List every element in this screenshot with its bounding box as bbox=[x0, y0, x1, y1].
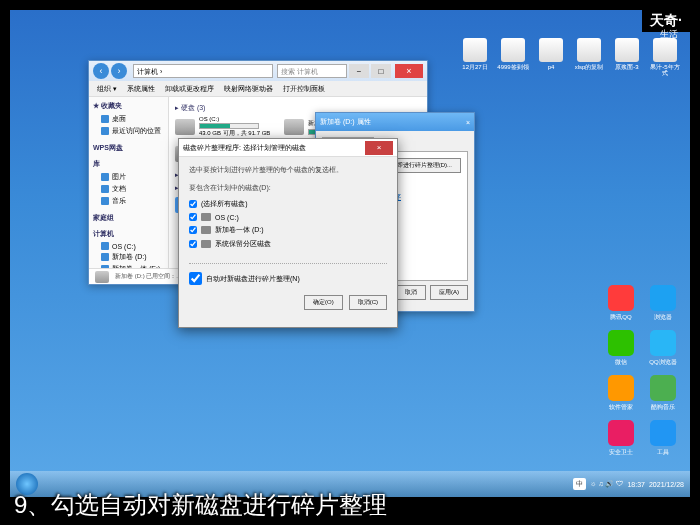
file-icon bbox=[653, 38, 677, 62]
tutorial-subtitle: 9、勾选自动对新磁盘进行碎片整理 bbox=[0, 489, 700, 521]
drive-icon bbox=[201, 226, 211, 234]
app-shortcuts: 腾讯QQ 浏览器 微信 QQ浏览器 软件管家 酷狗音乐 安全卫士 工具 bbox=[604, 285, 680, 457]
drive-icon bbox=[201, 213, 211, 221]
monitor: 天奇· 生活 12月27日 4999签到领 p4 xlsp的复制 原浆面-3 果… bbox=[0, 0, 700, 525]
desktop-icon bbox=[101, 115, 109, 123]
close-button[interactable]: × bbox=[395, 64, 423, 78]
file-icon bbox=[463, 38, 487, 62]
auto-defrag-row[interactable]: 自动对新磁盘进行碎片整理(N) bbox=[189, 263, 387, 285]
checkbox-c[interactable] bbox=[189, 213, 197, 221]
manager-icon bbox=[608, 375, 634, 401]
browser-icon bbox=[650, 285, 676, 311]
sidebar-computer[interactable]: 计算机 bbox=[93, 229, 164, 239]
checkbox-d[interactable] bbox=[189, 226, 197, 234]
disk-list: (选择所有磁盘) OS (C:) 新加卷一体 (D:) 系统保留分区磁盘 bbox=[189, 197, 387, 251]
disk-row-c[interactable]: OS (C:) bbox=[189, 211, 387, 223]
explorer-menubar: 组织 ▾ 系统属性 卸载或更改程序 映射网络驱动器 打开控制面板 bbox=[89, 81, 427, 97]
explorer-titlebar[interactable]: ‹ › 计算机 › 搜索 计算机 − □ × bbox=[89, 61, 427, 81]
defrag-titlebar[interactable]: 磁盘碎片整理程序: 选择计划管理的磁盘 × bbox=[179, 139, 397, 157]
app-security[interactable]: 安全卫士 bbox=[604, 420, 638, 457]
desktop-icon[interactable]: p4 bbox=[534, 38, 568, 76]
app-manager[interactable]: 软件管家 bbox=[604, 375, 638, 412]
file-icon bbox=[501, 38, 525, 62]
drive-icon bbox=[201, 240, 211, 248]
sidebar-item-drive-e[interactable]: 新加卷一体 (E:) bbox=[93, 263, 164, 268]
desktop-icon[interactable]: 原浆面-3 bbox=[610, 38, 644, 76]
recent-icon bbox=[101, 127, 109, 135]
sidebar-item-docs[interactable]: 文档 bbox=[93, 183, 164, 195]
clock-time[interactable]: 18:37 bbox=[627, 481, 645, 488]
menu-uninstall[interactable]: 卸载或更改程序 bbox=[165, 84, 214, 94]
qq-icon bbox=[608, 285, 634, 311]
search-input[interactable]: 搜索 计算机 bbox=[277, 64, 347, 78]
checkbox-all[interactable] bbox=[189, 200, 197, 208]
disk-list-label: 要包含在计划中的磁盘(D): bbox=[189, 183, 387, 193]
maximize-button[interactable]: □ bbox=[371, 64, 391, 78]
app-qq[interactable]: 腾讯QQ bbox=[604, 285, 638, 322]
pictures-icon bbox=[101, 173, 109, 181]
drive-icon bbox=[175, 119, 195, 135]
sidebar-item-desktop[interactable]: 桌面 bbox=[93, 113, 164, 125]
app-wechat[interactable]: 微信 bbox=[604, 330, 638, 367]
desktop-icon[interactable]: 果汁-5年方式 bbox=[648, 38, 682, 76]
sidebar-wps[interactable]: WPS网盘 bbox=[93, 143, 164, 153]
file-icon bbox=[615, 38, 639, 62]
drive-icon bbox=[101, 265, 109, 268]
sidebar-item-recent[interactable]: 最近访问的位置 bbox=[93, 125, 164, 137]
defrag-description: 选中要按计划进行碎片整理的每个磁盘的复选框。 bbox=[189, 165, 387, 175]
desktop-icon[interactable]: 12月27日 bbox=[458, 38, 492, 76]
sidebar-item-pictures[interactable]: 图片 bbox=[93, 171, 164, 183]
app-browser[interactable]: 浏览器 bbox=[646, 285, 680, 322]
music-lib-icon bbox=[101, 197, 109, 205]
nav-fwd-button[interactable]: › bbox=[111, 63, 127, 79]
sidebar-item-drive-c[interactable]: OS (C:) bbox=[93, 241, 164, 251]
sidebar-favorites[interactable]: ★ 收藏夹 bbox=[93, 101, 164, 111]
app-music[interactable]: 酷狗音乐 bbox=[646, 375, 680, 412]
apply-button[interactable]: 应用(A) bbox=[430, 285, 468, 300]
nav-back-button[interactable]: ‹ bbox=[93, 63, 109, 79]
sidebar-libraries[interactable]: 库 bbox=[93, 159, 164, 169]
drive-icon bbox=[101, 253, 109, 261]
desktop-icon[interactable]: xlsp的复制 bbox=[572, 38, 606, 76]
sidebar-homegroup[interactable]: 家庭组 bbox=[93, 213, 164, 223]
tray-icons[interactable]: ☼ ♫ 🔊 🛡 bbox=[590, 480, 624, 488]
desktop-icon[interactable]: 4999签到领 bbox=[496, 38, 530, 76]
docs-icon bbox=[101, 185, 109, 193]
file-icon bbox=[539, 38, 563, 62]
close-button[interactable]: × bbox=[365, 141, 393, 155]
desktop-icons: 12月27日 4999签到领 p4 xlsp的复制 原浆面-3 果汁-5年方式 bbox=[458, 38, 682, 76]
desktop: 天奇· 生活 12月27日 4999签到领 p4 xlsp的复制 原浆面-3 果… bbox=[10, 10, 690, 497]
drive-icon bbox=[95, 271, 109, 283]
menu-controlpanel[interactable]: 打开控制面板 bbox=[283, 84, 325, 94]
disk-row-reserved[interactable]: 系统保留分区磁盘 bbox=[189, 237, 387, 251]
address-bar[interactable]: 计算机 › bbox=[133, 64, 273, 78]
app-tool[interactable]: 工具 bbox=[646, 420, 680, 457]
ok-button[interactable]: 确定(O) bbox=[304, 295, 343, 310]
sidebar-item-music[interactable]: 音乐 bbox=[93, 195, 164, 207]
disk-row-d[interactable]: 新加卷一体 (D:) bbox=[189, 223, 387, 237]
checkbox-reserved[interactable] bbox=[189, 240, 197, 248]
capacity-bar bbox=[199, 123, 259, 129]
menu-sysprops[interactable]: 系统属性 bbox=[127, 84, 155, 94]
app-qqbrowser[interactable]: QQ浏览器 bbox=[646, 330, 680, 367]
security-icon bbox=[608, 420, 634, 446]
wechat-icon bbox=[608, 330, 634, 356]
drive-icon bbox=[284, 119, 304, 135]
menu-mapdrive[interactable]: 映射网络驱动器 bbox=[224, 84, 273, 94]
disk-row-all[interactable]: (选择所有磁盘) bbox=[189, 197, 387, 211]
sidebar-item-drive-d[interactable]: 新加卷 (D:) bbox=[93, 251, 164, 263]
music-icon bbox=[650, 375, 676, 401]
drive-icon bbox=[101, 242, 109, 250]
cancel-button[interactable]: 取消 bbox=[396, 285, 426, 300]
clock-date: 2021/12/28 bbox=[649, 481, 684, 488]
auto-defrag-checkbox[interactable] bbox=[189, 272, 202, 285]
defrag-schedule-dialog: 磁盘碎片整理程序: 选择计划管理的磁盘 × 选中要按计划进行碎片整理的每个磁盘的… bbox=[178, 138, 398, 328]
props-titlebar[interactable]: 新加卷 (D:) 属性 × bbox=[316, 113, 474, 131]
menu-organize[interactable]: 组织 ▾ bbox=[97, 84, 117, 94]
file-icon bbox=[577, 38, 601, 62]
close-button[interactable]: × bbox=[466, 119, 470, 126]
explorer-sidebar: ★ 收藏夹 桌面 最近访问的位置 WPS网盘 库 图片 文档 音乐 家庭组 计算… bbox=[89, 97, 169, 268]
drive-c[interactable]: OS (C:) 43.0 GB 可用，共 91.7 GB bbox=[175, 116, 270, 138]
cancel-button[interactable]: 取消(C) bbox=[349, 295, 387, 310]
minimize-button[interactable]: − bbox=[349, 64, 369, 78]
